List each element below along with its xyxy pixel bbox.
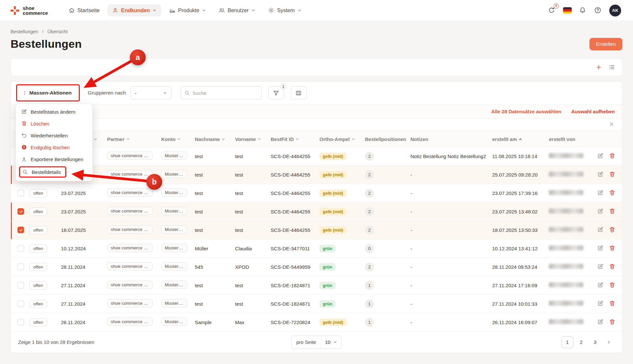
edit-row-button[interactable] <box>597 189 604 197</box>
column-header[interactable]: BestFit ID <box>267 131 316 147</box>
page-button-2[interactable]: 2 <box>575 336 587 348</box>
column-header[interactable]: Nachname <box>192 131 232 147</box>
home-icon <box>69 7 75 14</box>
menu-item-wiederherstellen[interactable]: Wiederherstellen <box>16 129 92 141</box>
delete-row-button[interactable] <box>609 226 616 234</box>
per-page-select[interactable]: pro Seite 10 <box>291 336 342 349</box>
nav-item-startseite[interactable]: Startseite <box>64 4 105 16</box>
edit-icon <box>597 153 604 159</box>
table-row[interactable]: offen 18.07.2025 shoe commerce GmbH Must… <box>11 221 622 239</box>
edit-row-button[interactable] <box>597 171 604 178</box>
selection-banner: Alle 28 Datensätze auswählen Auswahl auf… <box>11 104 622 119</box>
delete-row-button[interactable] <box>609 189 616 197</box>
delete-row-button[interactable] <box>609 282 616 289</box>
row-checkbox[interactable] <box>17 190 24 196</box>
row-checkbox[interactable] <box>17 300 24 307</box>
edit-row-button[interactable] <box>597 319 604 326</box>
row-checkbox[interactable] <box>17 319 24 325</box>
trash-icon <box>21 121 27 126</box>
order-status-badge: offen <box>29 318 47 326</box>
sync-icon[interactable]: 0 <box>548 7 556 14</box>
ortho-ampel-badge: grün <box>319 282 336 289</box>
select-all-link[interactable]: Alle 28 Datensätze auswählen <box>491 109 561 114</box>
edit-row-button[interactable] <box>597 300 604 307</box>
notifications-bell-icon[interactable] <box>579 7 587 14</box>
table-row[interactable]: shoe commerce GmbH Muster AG test test S… <box>11 147 622 165</box>
row-checkbox[interactable] <box>17 245 24 252</box>
table-row[interactable]: offen 23.07.2025 shoe commerce GmbH Must… <box>11 202 622 221</box>
column-header[interactable]: Vorname <box>232 131 267 147</box>
trash-icon <box>609 319 616 325</box>
menu-item-bestellstatus-aendern[interactable]: Bestellstatus ändern <box>16 106 92 118</box>
column-header[interactable]: Konto <box>158 131 192 147</box>
column-header[interactable]: Ortho-Ampel <box>316 131 362 147</box>
delete-row-button[interactable] <box>609 300 616 307</box>
delete-row-button[interactable] <box>609 319 616 326</box>
bulk-actions-button[interactable]: Massen-Aktionen <box>18 86 78 99</box>
bestellpositionen-count: 2 <box>365 207 374 216</box>
nachname-value: test <box>192 147 232 165</box>
erstellt-am-value: 11.08.2025 10:18:14 <box>489 147 546 165</box>
nav-item-endkunden[interactable]: Endkunden <box>107 4 161 16</box>
table-row[interactable]: offen 27.11.2024 shoe commerce GmbH Must… <box>11 294 622 313</box>
erstellt-am-value: 25.07.2025 09:28:20 <box>489 165 546 184</box>
user-avatar[interactable]: AK <box>609 5 621 16</box>
menu-item-bestelldetails[interactable]: Bestelldetails <box>16 165 92 179</box>
notizen-value: - <box>407 165 489 184</box>
add-filter-button[interactable] <box>593 62 604 73</box>
trash-icon <box>609 153 616 159</box>
row-checkbox[interactable] <box>17 208 24 215</box>
nav-item-produkte[interactable]: Produkte <box>165 4 211 16</box>
brand-logo[interactable]: shoe commerce <box>10 6 48 15</box>
edit-row-button[interactable] <box>597 245 604 252</box>
row-checkbox[interactable] <box>17 227 24 233</box>
delete-row-button[interactable] <box>609 208 616 215</box>
menu-item-exportiere-bestellungen[interactable]: Exportiere Bestellungen <box>16 153 92 165</box>
filter-button[interactable]: 1 <box>268 86 284 99</box>
delete-row-button[interactable] <box>609 245 616 252</box>
edit-row-button[interactable] <box>597 153 604 160</box>
page-button-1[interactable]: 1 <box>561 336 573 348</box>
nav-label: System <box>277 8 294 14</box>
konto-badge: Muster AG <box>161 225 187 234</box>
delete-row-button[interactable] <box>609 153 616 160</box>
delete-row-button[interactable] <box>609 171 616 178</box>
language-flag-german[interactable] <box>563 7 572 14</box>
edit-row-button[interactable] <box>597 208 604 215</box>
columns-button[interactable] <box>291 86 307 99</box>
row-checkbox[interactable] <box>17 264 24 270</box>
filter-bar <box>11 58 622 76</box>
edit-row-button[interactable] <box>597 263 604 270</box>
column-header[interactable]: Partner <box>104 131 158 147</box>
create-button[interactable]: Erstellen <box>589 38 622 50</box>
bestfit-id-value: SCS-DE-4464255 <box>267 221 316 239</box>
table-row[interactable]: shoe commerce GmbH Muster AG test test S… <box>11 165 622 184</box>
table-row[interactable]: offen 28.11.2024 shoe commerce GmbH Must… <box>11 258 622 276</box>
bulk-actions-menu: Bestellstatus ändern Löschen Wiederherst… <box>15 103 93 181</box>
table-row[interactable]: offen 26.11.2024 shoe commerce GmbH Must… <box>11 313 622 331</box>
breadcrumb: Bestellungen Übersicht <box>11 29 622 34</box>
table-row[interactable]: offen 10.12.2024 shoe commerce GmbH Must… <box>11 239 622 258</box>
column-header[interactable]: erstellt am <box>489 131 546 147</box>
edit-row-button[interactable] <box>597 282 604 289</box>
edit-row-button[interactable] <box>597 226 604 234</box>
help-icon[interactable] <box>594 7 602 14</box>
clear-selection-link[interactable]: Auswahl aufheben <box>571 109 615 114</box>
menu-item-loeschen[interactable]: Löschen <box>16 118 92 129</box>
search-input[interactable] <box>193 90 258 96</box>
menu-item-endgueltig-loeschen[interactable]: Endgültig löschen <box>16 141 92 153</box>
saved-views-button[interactable] <box>606 62 618 73</box>
table-row[interactable]: offen 23.07.2025 shoe commerce GmbH Must… <box>11 184 622 202</box>
nav-item-benutzer[interactable]: Benutzer <box>214 4 260 16</box>
delete-row-button[interactable] <box>609 263 616 270</box>
page-button-3[interactable]: 3 <box>589 336 601 348</box>
table-row[interactable]: offen 27.11.2024 shoe commerce GmbH Must… <box>11 276 622 294</box>
row-checkbox[interactable] <box>17 282 24 289</box>
bestfit-id-value: SCS-DE-5449959 <box>267 258 316 276</box>
close-icon[interactable] <box>609 122 616 128</box>
next-page-button[interactable] <box>603 336 615 348</box>
column-header[interactable]: Bestellpositionen <box>362 131 407 147</box>
group-by-select[interactable]: - <box>131 86 171 99</box>
breadcrumb-bestellungen[interactable]: Bestellungen <box>11 29 38 34</box>
nav-item-system[interactable]: System <box>263 4 306 16</box>
